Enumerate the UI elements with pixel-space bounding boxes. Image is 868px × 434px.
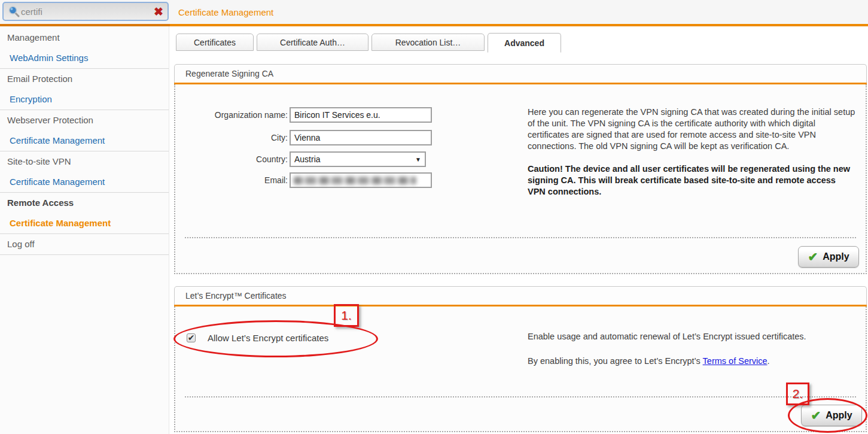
- tab-advanced[interactable]: Advanced: [488, 33, 561, 53]
- page-title: Certificate Management: [178, 7, 273, 17]
- lets-encrypt-description-column: Enable usage and automatic renewal of Le…: [528, 331, 855, 367]
- regenerate-description-text: Here you can regenerate the VPN signing …: [528, 107, 855, 152]
- sidebar-item-email-protection[interactable]: Email Protection: [0, 69, 169, 89]
- terms-agreement-suffix: .: [768, 356, 770, 366]
- organization-name-label: Organization name:: [181, 107, 288, 123]
- dotted-separator: [185, 396, 856, 397]
- sidebar-item-management[interactable]: Management: [0, 28, 169, 48]
- regenerate-signing-ca-section: Regenerate Signing CA Organization name:…: [174, 64, 867, 274]
- city-field[interactable]: [290, 130, 432, 145]
- sidebar-item-s2s-certificate-management[interactable]: Certificate Management: [0, 172, 169, 192]
- city-label: City:: [181, 130, 288, 145]
- lets-encrypt-description-text: Enable usage and automatic renewal of Le…: [528, 331, 855, 342]
- terms-agreement-prefix: By enabling this, you agree to Let’s Enc…: [528, 356, 703, 366]
- sidebar-item-webserver-protection[interactable]: Webserver Protection: [0, 110, 169, 130]
- sidebar-divider: [0, 254, 169, 255]
- check-icon: ✔: [808, 251, 818, 263]
- regenerate-description-column: Here you can regenerate the VPN signing …: [528, 107, 855, 198]
- apply-button-label: Apply: [823, 251, 849, 262]
- sidebar-item-log-off[interactable]: Log off: [0, 234, 169, 254]
- annotation-circle-apply: [788, 398, 867, 433]
- sidebar-item-remote-access[interactable]: Remote Access: [0, 193, 169, 213]
- sidebar-item-webserver-certificate-management[interactable]: Certificate Management: [0, 130, 169, 151]
- organization-name-field[interactable]: [290, 107, 432, 123]
- tab-revocation-lists[interactable]: Revocation List…: [371, 34, 485, 51]
- lets-encrypt-section: Let’s Encrypt™ Certificates ✔ Allow Let’…: [174, 286, 867, 432]
- regenerate-apply-button[interactable]: ✔ Apply: [798, 246, 859, 268]
- annotation-circle-checkbox: [173, 320, 378, 357]
- country-selected-value: Austria: [294, 154, 321, 164]
- search-input[interactable]: certifi ✖: [2, 2, 169, 21]
- search-icon: [8, 5, 20, 17]
- country-select[interactable]: Austria ▼: [290, 151, 426, 167]
- search-value: certifi: [21, 7, 154, 17]
- regenerate-section-title: Regenerate Signing CA: [174, 64, 867, 83]
- regenerate-caution-text: Caution! The device and all user certifi…: [528, 163, 855, 198]
- tab-certificate-authority[interactable]: Certificate Auth…: [257, 34, 368, 51]
- terms-agreement-text: By enabling this, you agree to Let’s Enc…: [528, 356, 855, 367]
- country-label: Country:: [181, 151, 288, 167]
- sidebar-item-encryption[interactable]: Encryption: [0, 89, 169, 110]
- sidebar-item-site-to-site-vpn[interactable]: Site-to-site VPN: [0, 151, 169, 172]
- sidebar-item-remote-certificate-management-active[interactable]: Certificate Management: [0, 213, 169, 233]
- chevron-down-icon: ▼: [415, 156, 421, 163]
- lets-encrypt-section-title: Let’s Encrypt™ Certificates: [174, 286, 867, 305]
- sidebar-menu: Management WebAdmin Settings Email Prote…: [0, 26, 169, 434]
- email-label: Email:: [181, 172, 288, 188]
- dotted-separator: [185, 237, 856, 238]
- email-value-redacted: [294, 177, 416, 184]
- tab-certificates[interactable]: Certificates: [176, 34, 254, 51]
- terms-of-service-link[interactable]: Terms of Service: [703, 356, 768, 366]
- sidebar-item-webadmin-settings[interactable]: WebAdmin Settings: [0, 48, 169, 68]
- clear-search-icon[interactable]: ✖: [154, 6, 163, 17]
- email-field[interactable]: [290, 172, 432, 188]
